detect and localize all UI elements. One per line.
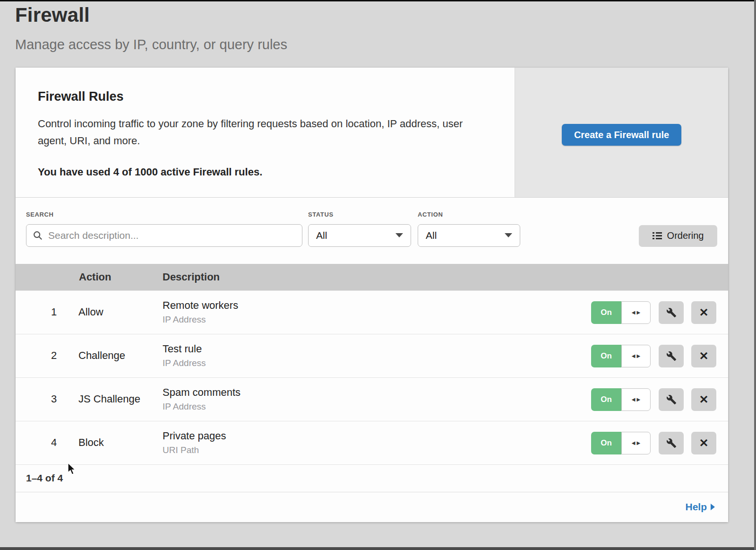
rule-description-field: URI Path <box>163 445 226 455</box>
wrench-icon <box>666 307 677 318</box>
rule-description-field: IP Address <box>163 314 238 325</box>
status-select-value: All <box>316 230 327 241</box>
toggle-knob[interactable]: ◀▶ <box>621 301 651 324</box>
rule-controls: On ◀▶ ✕ <box>591 388 716 411</box>
column-header-description: Description <box>163 271 220 283</box>
edit-rule-button[interactable] <box>659 301 684 324</box>
table-row: 1 Allow Remote workers IP Address On ◀▶ … <box>16 290 728 334</box>
rule-description: Private pages URI Path <box>163 430 226 455</box>
caret-right-icon: ▶ <box>637 440 641 445</box>
delete-rule-button[interactable]: ✕ <box>691 345 716 367</box>
rule-priority: 3 <box>47 393 61 405</box>
rule-description-title: Remote workers <box>163 299 238 312</box>
rule-description-title: Test rule <box>163 343 206 355</box>
status-select[interactable]: All <box>308 224 411 247</box>
rules-usage-text: You have used 4 of 1000 active Firewall … <box>38 166 492 178</box>
table-row: 4 Block Private pages URI Path On ◀▶ ✕ <box>16 421 728 464</box>
rule-priority: 2 <box>47 349 61 362</box>
wrench-icon <box>666 438 677 448</box>
toggle-knob[interactable]: ◀▶ <box>621 345 651 367</box>
help-link[interactable]: Help <box>685 501 715 513</box>
caret-right-icon <box>711 504 715 510</box>
page-title: Firewall <box>15 4 90 26</box>
intro-section: Firewall Rules Control incoming traffic … <box>16 68 728 198</box>
ordering-button[interactable]: Ordering <box>639 225 717 247</box>
rule-action: Challenge <box>78 349 125 362</box>
chevron-down-icon <box>395 233 403 237</box>
wrench-icon <box>666 394 677 405</box>
intro-description: Control incoming traffic to your zone by… <box>38 115 484 150</box>
rule-toggle: On ◀▶ <box>591 301 651 324</box>
caret-left-icon: ◀ <box>632 310 636 315</box>
toggle-knob[interactable]: ◀▶ <box>621 432 651 454</box>
close-icon: ✕ <box>699 306 708 319</box>
rule-description: Test rule IP Address <box>163 343 206 368</box>
delete-rule-button[interactable]: ✕ <box>691 301 716 324</box>
close-icon: ✕ <box>699 437 708 450</box>
search-label: SEARCH <box>26 211 54 218</box>
toggle-on-segment[interactable]: On <box>591 345 621 367</box>
filters-section: SEARCH STATUS All ACTION All Ordering <box>16 198 728 264</box>
edit-rule-button[interactable] <box>659 388 684 411</box>
rule-toggle: On ◀▶ <box>591 432 651 454</box>
rule-description-field: IP Address <box>163 402 241 412</box>
caret-right-icon: ▶ <box>637 353 641 358</box>
intro-text-block: Firewall Rules Control incoming traffic … <box>16 68 515 197</box>
rule-action: Allow <box>78 306 103 318</box>
wrench-icon <box>666 351 677 361</box>
toggle-on-segment[interactable]: On <box>591 388 621 411</box>
rule-description-title: Spam comments <box>163 386 241 399</box>
toggle-on-segment[interactable]: On <box>591 301 621 324</box>
rule-action: Block <box>78 437 104 449</box>
caret-left-icon: ◀ <box>632 440 636 445</box>
search-input[interactable] <box>26 224 302 247</box>
toggle-knob[interactable]: ◀▶ <box>621 388 651 411</box>
delete-rule-button[interactable]: ✕ <box>691 432 716 454</box>
toggle-on-segment[interactable]: On <box>591 432 621 454</box>
screen-edge-top <box>0 0 756 1</box>
caret-left-icon: ◀ <box>632 353 636 358</box>
rule-controls: On ◀▶ ✕ <box>591 301 716 324</box>
create-firewall-rule-button[interactable]: Create a Firewall rule <box>562 124 681 146</box>
rule-priority: 1 <box>47 306 61 318</box>
page-subtitle: Manage access by IP, country, or query r… <box>15 37 287 52</box>
ordering-list-icon <box>653 231 662 241</box>
help-link-label: Help <box>685 501 707 513</box>
delete-rule-button[interactable]: ✕ <box>691 388 716 411</box>
caret-right-icon: ▶ <box>637 310 641 315</box>
action-select[interactable]: All <box>418 224 520 247</box>
column-header-action: Action <box>79 271 111 283</box>
chevron-down-icon <box>505 233 512 237</box>
intro-aside: Create a Firewall rule <box>515 68 728 197</box>
rule-controls: On ◀▶ ✕ <box>591 345 716 367</box>
rule-toggle: On ◀▶ <box>591 345 651 367</box>
edit-rule-button[interactable] <box>659 432 684 454</box>
firewall-card: Firewall Rules Control incoming traffic … <box>16 68 728 522</box>
screen-edge-right <box>754 0 756 550</box>
close-icon: ✕ <box>699 393 708 406</box>
caret-left-icon: ◀ <box>632 397 636 402</box>
ordering-button-label: Ordering <box>667 230 704 241</box>
pagination-text: 1–4 of 4 <box>26 472 63 484</box>
rule-toggle: On ◀▶ <box>591 388 651 411</box>
caret-right-icon: ▶ <box>637 397 641 402</box>
intro-heading: Firewall Rules <box>38 89 492 104</box>
rule-description-field: IP Address <box>163 358 206 368</box>
rule-description: Remote workers IP Address <box>163 299 238 325</box>
rule-action: JS Challenge <box>78 393 140 405</box>
rule-controls: On ◀▶ ✕ <box>591 432 716 454</box>
help-bar: Help <box>16 492 728 522</box>
action-select-value: All <box>426 230 437 241</box>
edit-rule-button[interactable] <box>659 345 684 367</box>
rule-description-title: Private pages <box>163 430 226 442</box>
action-label: ACTION <box>418 211 443 218</box>
table-row: 2 Challenge Test rule IP Address On ◀▶ ✕ <box>16 334 728 377</box>
rule-priority: 4 <box>47 437 61 449</box>
table-header: Action Description <box>16 264 728 290</box>
close-icon: ✕ <box>699 349 708 363</box>
rule-description: Spam comments IP Address <box>163 386 241 412</box>
status-label: STATUS <box>308 211 334 218</box>
pagination-bar: 1–4 of 4 <box>16 464 728 492</box>
table-row: 3 JS Challenge Spam comments IP Address … <box>16 377 728 421</box>
search-field-wrap <box>26 224 302 247</box>
